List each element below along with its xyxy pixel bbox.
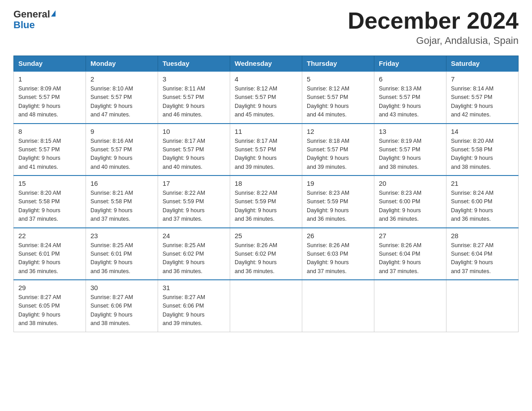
logo: General Blue — [13, 9, 56, 30]
calendar-cell: 7 Sunrise: 8:14 AM Sunset: 5:57 PM Dayli… — [446, 71, 519, 124]
weekday-header-wednesday: Wednesday — [230, 56, 302, 72]
day-number: 20 — [379, 180, 442, 187]
day-info: Sunrise: 8:20 AM Sunset: 5:58 PM Dayligh… — [451, 137, 514, 172]
day-info: Sunrise: 8:11 AM Sunset: 5:57 PM Dayligh… — [163, 85, 225, 120]
calendar-cell: 9 Sunrise: 8:16 AM Sunset: 5:57 PM Dayli… — [86, 124, 158, 176]
title-block: December 2024 Gojar, Andalusia, Spain — [348, 9, 519, 47]
day-info: Sunrise: 8:23 AM Sunset: 6:00 PM Dayligh… — [379, 189, 442, 224]
weekday-header-saturday: Saturday — [446, 56, 519, 72]
calendar-cell: 24 Sunrise: 8:25 AM Sunset: 6:02 PM Dayl… — [158, 228, 230, 280]
day-info: Sunrise: 8:24 AM Sunset: 6:01 PM Dayligh… — [18, 241, 81, 276]
day-number: 1 — [18, 75, 81, 83]
calendar-cell: 10 Sunrise: 8:17 AM Sunset: 5:57 PM Dayl… — [158, 124, 230, 176]
calendar-cell: 22 Sunrise: 8:24 AM Sunset: 6:01 PM Dayl… — [14, 228, 86, 280]
calendar-cell — [374, 280, 446, 332]
day-info: Sunrise: 8:21 AM Sunset: 5:58 PM Dayligh… — [90, 189, 153, 224]
weekday-header-row: SundayMondayTuesdayWednesdayThursdayFrid… — [14, 56, 519, 72]
day-number: 10 — [163, 128, 225, 135]
day-info: Sunrise: 8:12 AM Sunset: 5:57 PM Dayligh… — [235, 85, 297, 120]
day-info: Sunrise: 8:26 AM Sunset: 6:03 PM Dayligh… — [307, 241, 369, 276]
day-info: Sunrise: 8:09 AM Sunset: 5:57 PM Dayligh… — [18, 85, 81, 120]
logo-blue-text: Blue — [13, 20, 56, 30]
day-number: 14 — [451, 128, 514, 135]
day-number: 24 — [163, 232, 225, 240]
calendar-cell: 2 Sunrise: 8:10 AM Sunset: 5:57 PM Dayli… — [86, 71, 158, 124]
day-number: 8 — [18, 128, 81, 135]
day-number: 11 — [235, 128, 297, 135]
calendar-cell: 29 Sunrise: 8:27 AM Sunset: 6:05 PM Dayl… — [14, 280, 86, 332]
calendar-cell: 19 Sunrise: 8:23 AM Sunset: 5:59 PM Dayl… — [302, 176, 374, 228]
calendar-week-row: 22 Sunrise: 8:24 AM Sunset: 6:01 PM Dayl… — [14, 228, 519, 280]
day-number: 2 — [90, 75, 153, 83]
calendar-table: SundayMondayTuesdayWednesdayThursdayFrid… — [13, 56, 519, 332]
day-number: 29 — [18, 284, 81, 291]
day-number: 3 — [163, 75, 225, 83]
page-header: General Blue December 2024 Gojar, Andalu… — [13, 9, 519, 47]
day-info: Sunrise: 8:14 AM Sunset: 5:57 PM Dayligh… — [451, 85, 514, 120]
calendar-week-row: 15 Sunrise: 8:20 AM Sunset: 5:58 PM Dayl… — [14, 176, 519, 228]
calendar-cell: 13 Sunrise: 8:19 AM Sunset: 5:57 PM Dayl… — [374, 124, 446, 176]
day-info: Sunrise: 8:27 AM Sunset: 6:05 PM Dayligh… — [18, 293, 81, 328]
day-info: Sunrise: 8:26 AM Sunset: 6:04 PM Dayligh… — [379, 241, 442, 276]
calendar-cell — [302, 280, 374, 332]
day-info: Sunrise: 8:27 AM Sunset: 6:04 PM Dayligh… — [451, 241, 514, 276]
day-number: 5 — [307, 75, 369, 83]
day-number: 27 — [379, 232, 442, 240]
calendar-cell: 16 Sunrise: 8:21 AM Sunset: 5:58 PM Dayl… — [86, 176, 158, 228]
weekday-header-monday: Monday — [86, 56, 158, 72]
day-info: Sunrise: 8:16 AM Sunset: 5:57 PM Dayligh… — [90, 137, 153, 172]
day-number: 21 — [451, 180, 514, 187]
day-info: Sunrise: 8:27 AM Sunset: 6:06 PM Dayligh… — [90, 293, 153, 328]
day-info: Sunrise: 8:20 AM Sunset: 5:58 PM Dayligh… — [18, 189, 81, 224]
day-number: 26 — [307, 232, 369, 240]
calendar-cell — [446, 280, 519, 332]
day-info: Sunrise: 8:13 AM Sunset: 5:57 PM Dayligh… — [379, 85, 442, 120]
calendar-cell: 3 Sunrise: 8:11 AM Sunset: 5:57 PM Dayli… — [158, 71, 230, 124]
day-number: 16 — [90, 180, 153, 187]
calendar-cell: 17 Sunrise: 8:22 AM Sunset: 5:59 PM Dayl… — [158, 176, 230, 228]
day-info: Sunrise: 8:19 AM Sunset: 5:57 PM Dayligh… — [379, 137, 442, 172]
day-number: 30 — [90, 284, 153, 291]
calendar-cell: 26 Sunrise: 8:26 AM Sunset: 6:03 PM Dayl… — [302, 228, 374, 280]
weekday-header-thursday: Thursday — [302, 56, 374, 72]
day-number: 13 — [379, 128, 442, 135]
day-info: Sunrise: 8:10 AM Sunset: 5:57 PM Dayligh… — [90, 85, 153, 120]
calendar-week-row: 8 Sunrise: 8:15 AM Sunset: 5:57 PM Dayli… — [14, 124, 519, 176]
day-number: 25 — [235, 232, 297, 240]
logo-triangle-icon — [51, 10, 56, 17]
calendar-cell: 28 Sunrise: 8:27 AM Sunset: 6:04 PM Dayl… — [446, 228, 519, 280]
calendar-cell: 8 Sunrise: 8:15 AM Sunset: 5:57 PM Dayli… — [14, 124, 86, 176]
day-number: 23 — [90, 232, 153, 240]
day-number: 6 — [379, 75, 442, 83]
calendar-cell: 31 Sunrise: 8:27 AM Sunset: 6:06 PM Dayl… — [158, 280, 230, 332]
calendar-cell: 18 Sunrise: 8:22 AM Sunset: 5:59 PM Dayl… — [230, 176, 302, 228]
day-info: Sunrise: 8:12 AM Sunset: 5:57 PM Dayligh… — [307, 85, 369, 120]
calendar-cell: 23 Sunrise: 8:25 AM Sunset: 6:01 PM Dayl… — [86, 228, 158, 280]
day-info: Sunrise: 8:26 AM Sunset: 6:02 PM Dayligh… — [235, 241, 297, 276]
weekday-header-tuesday: Tuesday — [158, 56, 230, 72]
day-info: Sunrise: 8:17 AM Sunset: 5:57 PM Dayligh… — [235, 137, 297, 172]
weekday-header-sunday: Sunday — [14, 56, 86, 72]
day-number: 4 — [235, 75, 297, 83]
calendar-cell: 4 Sunrise: 8:12 AM Sunset: 5:57 PM Dayli… — [230, 71, 302, 124]
day-number: 18 — [235, 180, 297, 187]
calendar-cell: 20 Sunrise: 8:23 AM Sunset: 6:00 PM Dayl… — [374, 176, 446, 228]
calendar-cell: 6 Sunrise: 8:13 AM Sunset: 5:57 PM Dayli… — [374, 71, 446, 124]
calendar-cell: 12 Sunrise: 8:18 AM Sunset: 5:57 PM Dayl… — [302, 124, 374, 176]
calendar-week-row: 1 Sunrise: 8:09 AM Sunset: 5:57 PM Dayli… — [14, 71, 519, 124]
day-number: 7 — [451, 75, 514, 83]
calendar-cell: 21 Sunrise: 8:24 AM Sunset: 6:00 PM Dayl… — [446, 176, 519, 228]
calendar-cell: 1 Sunrise: 8:09 AM Sunset: 5:57 PM Dayli… — [14, 71, 86, 124]
day-number: 31 — [163, 284, 225, 291]
day-number: 12 — [307, 128, 369, 135]
calendar-cell: 27 Sunrise: 8:26 AM Sunset: 6:04 PM Dayl… — [374, 228, 446, 280]
day-info: Sunrise: 8:15 AM Sunset: 5:57 PM Dayligh… — [18, 137, 81, 172]
logo-general-text: General — [13, 9, 50, 20]
calendar-cell: 14 Sunrise: 8:20 AM Sunset: 5:58 PM Dayl… — [446, 124, 519, 176]
day-number: 19 — [307, 180, 369, 187]
weekday-header-friday: Friday — [374, 56, 446, 72]
day-info: Sunrise: 8:25 AM Sunset: 6:02 PM Dayligh… — [163, 241, 225, 276]
day-info: Sunrise: 8:22 AM Sunset: 5:59 PM Dayligh… — [235, 189, 297, 224]
calendar-cell: 5 Sunrise: 8:12 AM Sunset: 5:57 PM Dayli… — [302, 71, 374, 124]
day-info: Sunrise: 8:24 AM Sunset: 6:00 PM Dayligh… — [451, 189, 514, 224]
